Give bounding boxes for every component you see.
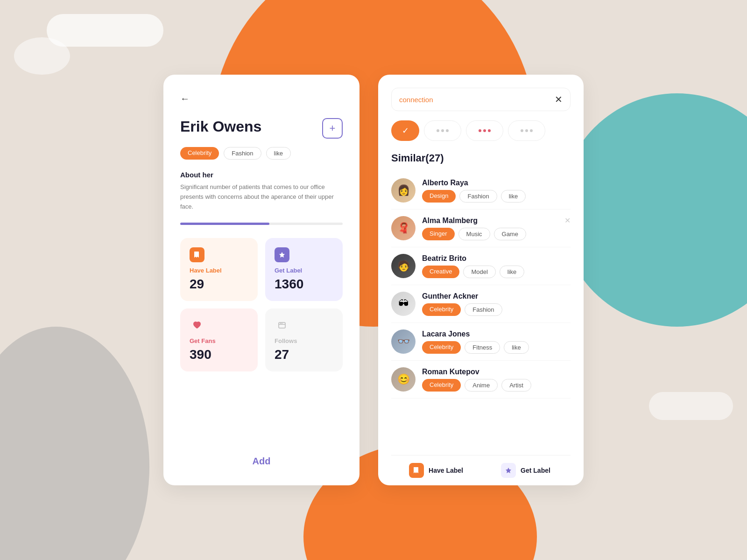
- tag-singer[interactable]: Singer: [422, 228, 455, 240]
- person-info-beatriz: Beatriz Brito Creative Model like: [422, 254, 571, 278]
- bg-shape-gray: [0, 327, 149, 560]
- filter-dots-button-1[interactable]: [424, 120, 461, 141]
- tag-like[interactable]: like: [266, 147, 291, 160]
- person-info-roman: Roman Kutepov Celebrity Anime Artist: [422, 368, 571, 392]
- close-icon[interactable]: ✕: [555, 94, 563, 105]
- avatar-gunther: 🕶: [391, 292, 416, 316]
- tag-artist[interactable]: Artist: [501, 379, 531, 392]
- bottom-bar-have-label[interactable]: Have Label: [391, 463, 481, 478]
- bg-shape-white-pill: [47, 14, 163, 47]
- tag-celebrity-lacara[interactable]: Celebrity: [422, 341, 461, 354]
- avatar-silhouette-gunther: 🕶: [391, 292, 416, 316]
- person-item-beatriz: 🧑 Beatriz Brito Creative Model like: [391, 247, 571, 285]
- tag-music[interactable]: Music: [458, 228, 490, 240]
- svg-point-2: [280, 323, 281, 324]
- have-label-icon: [190, 247, 204, 262]
- progress-bar-container: [180, 223, 343, 225]
- profile-header: Erik Owens +: [180, 118, 343, 139]
- person-item-roman: 😊 Roman Kutepov Celebrity Anime Artist: [391, 361, 571, 399]
- tag-fashion-gunther[interactable]: Fashion: [465, 303, 502, 316]
- tag-like-beatriz[interactable]: like: [500, 266, 525, 278]
- tag-celebrity-roman[interactable]: Celebrity: [422, 379, 461, 392]
- left-card: ← Erik Owens + Celebrity Fashion like Ab…: [163, 75, 359, 485]
- tag-celebrity-gunther[interactable]: Celebrity: [422, 303, 461, 316]
- tag-game[interactable]: Game: [494, 228, 526, 240]
- person-info-alberto: Alberto Raya Design Fashion like: [422, 179, 571, 203]
- back-button[interactable]: ←: [180, 93, 343, 104]
- svg-marker-0: [279, 252, 285, 258]
- get-fans-icon: [190, 318, 204, 333]
- tag-creative[interactable]: Creative: [422, 266, 459, 278]
- right-card: connection ✕ ✓ Similar(27): [378, 75, 584, 485]
- tag-fashion[interactable]: Fashion: [224, 147, 261, 160]
- person-tags-gunther: Celebrity Fashion: [422, 303, 571, 316]
- bg-shape-teal: [560, 93, 747, 327]
- avatar-alberto: 👩: [391, 178, 416, 203]
- person-tags-beatriz: Creative Model like: [422, 266, 571, 278]
- search-input[interactable]: connection: [399, 96, 555, 104]
- follows-icon: [275, 318, 289, 333]
- person-close-alma[interactable]: ✕: [564, 216, 571, 225]
- person-item-lacara: 👓 Lacara Jones Celebrity Fitness like: [391, 323, 571, 361]
- person-tags-roman: Celebrity Anime Artist: [422, 379, 571, 392]
- avatar-silhouette: 👩: [391, 178, 416, 203]
- person-tags-alma: Singer Music Game: [422, 228, 571, 240]
- person-tags-lacara: Celebrity Fitness like: [422, 341, 571, 354]
- progress-bar: [180, 223, 343, 225]
- filter-check-button[interactable]: ✓: [391, 120, 419, 141]
- dot-2: [441, 129, 444, 132]
- filter-row: ✓: [391, 120, 571, 141]
- person-info-lacara: Lacara Jones Celebrity Fitness like: [422, 330, 571, 354]
- avatar-silhouette-alma: 🧣: [391, 216, 416, 240]
- person-name-lacara: Lacara Jones: [422, 330, 571, 338]
- cards-container: ← Erik Owens + Celebrity Fashion like Ab…: [163, 75, 584, 485]
- plus-icon: +: [330, 122, 336, 134]
- dot-1: [437, 129, 439, 132]
- avatar-silhouette-roman: 😊: [391, 367, 416, 392]
- person-item-alma: 🧣 Alma Malmberg Singer Music Game ✕: [391, 210, 571, 247]
- person-info-gunther: Gunther Ackner Celebrity Fashion: [422, 292, 571, 316]
- dot-pink-3: [488, 129, 491, 132]
- filter-dots-button-3[interactable]: [508, 120, 545, 141]
- person-name-alberto: Alberto Raya: [422, 179, 571, 187]
- dot-5: [525, 129, 528, 132]
- avatar-silhouette-beatriz: 🧑: [391, 254, 416, 278]
- bottom-bar-get-label[interactable]: Get Label: [481, 463, 571, 478]
- svg-marker-4: [506, 468, 511, 473]
- avatar-beatriz: 🧑: [391, 254, 416, 278]
- filter-dots-button-2[interactable]: [466, 120, 503, 141]
- profile-tags: Celebrity Fashion like: [180, 147, 343, 160]
- avatar-alma: 🧣: [391, 216, 416, 240]
- have-label-label: Have Label: [190, 267, 248, 274]
- bg-shape-teal-pill: [649, 392, 733, 420]
- tag-design[interactable]: Design: [422, 190, 456, 203]
- person-name-alma: Alma Malmberg: [422, 217, 571, 225]
- tag-celebrity[interactable]: Celebrity: [180, 147, 219, 160]
- add-link[interactable]: Add: [180, 456, 343, 467]
- have-label-value: 29: [190, 277, 248, 292]
- about-text: Significant number of patients that come…: [180, 182, 343, 211]
- person-item: 👩 Alberto Raya Design Fashion like: [391, 172, 571, 210]
- tag-model[interactable]: Model: [463, 266, 495, 278]
- tag-fashion-alberto[interactable]: Fashion: [459, 190, 497, 203]
- person-name-beatriz: Beatriz Brito: [422, 254, 571, 263]
- about-label: About her: [180, 171, 343, 179]
- add-profile-button[interactable]: +: [322, 118, 343, 139]
- bottom-bar-get-label-icon: [501, 463, 516, 478]
- avatar-silhouette-lacara: 👓: [391, 329, 416, 354]
- tag-fitness[interactable]: Fitness: [465, 341, 500, 354]
- tag-like-alberto[interactable]: like: [501, 190, 526, 203]
- search-bar: connection ✕: [391, 88, 571, 111]
- stats-grid: Have Label 29 Get Label 1360: [180, 238, 343, 371]
- dot-pink-1: [479, 129, 481, 132]
- back-arrow-icon: ←: [180, 93, 190, 104]
- tag-anime[interactable]: Anime: [465, 379, 498, 392]
- follows-label: Follows: [275, 337, 333, 344]
- avatar-lacara: 👓: [391, 329, 416, 354]
- person-tags-alberto: Design Fashion like: [422, 190, 571, 203]
- follows-value: 27: [275, 347, 333, 362]
- profile-name: Erik Owens: [180, 118, 261, 135]
- similar-title: Similar(27): [391, 152, 571, 164]
- svg-point-3: [282, 323, 282, 324]
- tag-like-lacara[interactable]: like: [504, 341, 529, 354]
